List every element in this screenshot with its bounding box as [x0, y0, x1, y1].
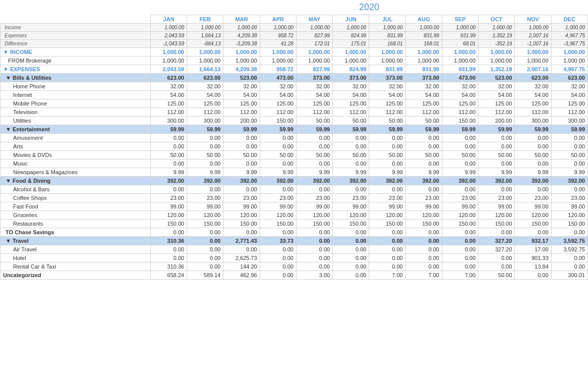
groceries-row: Groceries 120.00 120.00 120.00 120.00 12…	[1, 211, 588, 220]
income-total-may: 1,000.00	[296, 48, 332, 57]
utilities-row: Utilities 300.00 300.00 200.00 150.00 50…	[1, 117, 588, 125]
summary-expenses-mar: 4,209.38	[223, 32, 260, 40]
month-mar: MAR	[223, 15, 260, 24]
month-aug: AUG	[405, 15, 442, 24]
entertainment-row: ▼ Entertainment 59.99 59.99 59.99 59.99 …	[1, 125, 588, 134]
income-header-row: ▼ INCOME 1,000.00 1,000.00 1,000.00 1,00…	[1, 48, 588, 57]
hotel-row: Hotel 0.00 0.00 2,625.73 0.00 0.00 0.00 …	[1, 254, 588, 262]
expenses-total-aug: 831.99	[405, 65, 442, 74]
movies-dvds-label: Movies & DVDs	[1, 151, 151, 160]
uncategorized-row: Uncategorized 658.24 589.14 462.96 0.00 …	[1, 271, 588, 280]
from-brokerage-jul: 1,000.00	[369, 57, 405, 65]
mobile-phone-label: Mobile Phone	[1, 99, 151, 108]
summary-expenses-jan: 2,043.59	[151, 32, 187, 40]
bills-utilities-label: ▼ Bills & Utilities	[1, 74, 151, 82]
bills-utilities-dec: 623.00	[551, 74, 587, 82]
amusement-label: Amusement	[1, 134, 151, 142]
bills-utilities-aug: 373.00	[405, 74, 442, 82]
income-total-aug: 1,000.00	[405, 48, 442, 57]
expenses-total-may: 827.99	[296, 65, 332, 74]
month-jan: JAN	[151, 15, 187, 24]
home-phone-dec: 32.00	[551, 82, 587, 91]
spreadsheet: 2020 JAN FEB MAR APR MAY JUN JUL AUG SEP…	[0, 0, 588, 280]
summary-difference-jul: 168.01	[369, 40, 405, 48]
expenses-total-jan: 2,043.59	[151, 65, 187, 74]
bills-utilities-may: 373.00	[296, 74, 332, 82]
summary-difference-row: Difference -1,043.59 -664.13 -3,209.38 4…	[1, 40, 588, 48]
bills-utilities-jan: 623.00	[151, 74, 187, 82]
income-total-jan: 1,000.00	[151, 48, 187, 57]
bills-utilities-sep: 473.00	[442, 74, 478, 82]
from-brokerage-may: 1,000.00	[296, 57, 332, 65]
from-brokerage-sep: 1,000.00	[442, 57, 478, 65]
month-feb: FEB	[187, 15, 223, 24]
bills-utilities-feb: 623.00	[187, 74, 223, 82]
expenses-total-jul: 831.99	[369, 65, 405, 74]
home-phone-row: Home Phone 32.00 32.00 32.00 32.00 32.00…	[1, 82, 588, 91]
bills-utilities-mar: 523.00	[223, 74, 260, 82]
summary-expenses-jun: 824.99	[333, 32, 369, 40]
mobile-phone-row: Mobile Phone 125.00 125.00 125.00 125.00…	[1, 99, 588, 108]
expenses-total-nov: 2,007.16	[515, 65, 551, 74]
home-phone-nov: 32.00	[515, 82, 551, 91]
summary-expenses-oct: 1,352.19	[479, 32, 515, 40]
expenses-total-feb: 1,664.13	[187, 65, 223, 74]
year-header: 2020	[151, 0, 588, 15]
month-dec: DEC	[551, 15, 587, 24]
television-label: Television	[1, 108, 151, 117]
month-jun: JUN	[333, 15, 369, 24]
expenses-total-oct: 1,352.19	[479, 65, 515, 74]
home-phone-sep: 32.00	[442, 82, 478, 91]
food-dining-label: ▼ Food & Dining	[1, 177, 151, 185]
restaurants-label: Restaurants	[1, 220, 151, 228]
from-brokerage-feb: 1,000.00	[187, 57, 223, 65]
travel-row: ▼ Travel 310.36 0.00 2,771.43 33.73 0.00…	[1, 237, 588, 245]
to-chase-savings-label: TO Chase Savings	[1, 228, 151, 237]
home-phone-jul: 32.00	[369, 82, 405, 91]
summary-expenses-sep: 931.99	[442, 32, 478, 40]
travel-label: ▼ Travel	[1, 237, 151, 245]
summary-expenses-label: Expenses	[1, 32, 151, 40]
month-may: MAY	[296, 15, 332, 24]
air-travel-label: Air Travel	[1, 245, 151, 254]
summary-income-aug: 1,000.00	[405, 24, 442, 32]
summary-expenses-row: Expenses 2,043.59 1,664.13 4,209.38 958.…	[1, 32, 588, 40]
bills-utilities-row: ▼ Bills & Utilities 623.00 623.00 523.00…	[1, 74, 588, 82]
alcohol-bars-row: Alcohol & Bars 0.00 0.00 0.00 0.00 0.00 …	[1, 185, 588, 194]
month-header-row: JAN FEB MAR APR MAY JUN JUL AUG SEP OCT …	[1, 15, 588, 24]
summary-difference-apr: 41.28	[260, 40, 296, 48]
summary-income-may: 1,000.00	[296, 24, 332, 32]
summary-income-jul: 1,000.00	[369, 24, 405, 32]
from-brokerage-dec: 1,000.00	[551, 57, 587, 65]
summary-expenses-feb: 1,664.13	[187, 32, 223, 40]
bills-utilities-oct: 523.00	[479, 74, 515, 82]
music-label: Music	[1, 160, 151, 168]
summary-difference-feb: -664.13	[187, 40, 223, 48]
entertainment-label: ▼ Entertainment	[1, 125, 151, 134]
income-total-dec: 1,000.00	[551, 48, 587, 57]
month-nov: NOV	[515, 15, 551, 24]
amusement-row: Amusement 0.00 0.00 0.00 0.00 0.00 0.00 …	[1, 134, 588, 142]
groceries-label: Groceries	[1, 211, 151, 220]
year-row: 2020	[1, 0, 588, 15]
fast-food-row: Fast Food 99.00 99.00 99.00 99.00 99.00 …	[1, 202, 588, 211]
income-total-apr: 1,000.00	[260, 48, 296, 57]
income-total-jul: 1,000.00	[369, 48, 405, 57]
home-phone-may: 32.00	[296, 82, 332, 91]
expenses-total-mar: 4,209.38	[223, 65, 260, 74]
arts-row: Arts 0.00 0.00 0.00 0.00 0.00 0.00 0.00 …	[1, 142, 588, 151]
from-brokerage-mar: 1,000.00	[223, 57, 260, 65]
summary-income-apr: 1,000.00	[260, 24, 296, 32]
home-phone-jan: 32.00	[151, 82, 187, 91]
expenses-total-apr: 958.72	[260, 65, 296, 74]
from-brokerage-jan: 1,000.00	[151, 57, 187, 65]
rental-car-taxi-row: Rental Car & Taxi 310.36 0.00 144.20 0.0…	[1, 262, 588, 271]
internet-row: Internet 54.00 54.00 54.00 54.00 54.00 5…	[1, 91, 588, 99]
summary-expenses-aug: 831.99	[405, 32, 442, 40]
summary-income-nov: 1,000.00	[515, 24, 551, 32]
summary-difference-dec: -3,967.75	[551, 40, 587, 48]
hotel-label: Hotel	[1, 254, 151, 262]
month-jul: JUL	[369, 15, 405, 24]
from-brokerage-row: FROM Brokerage 1,000.00 1,000.00 1,000.0…	[1, 57, 588, 65]
bills-utilities-nov: 623.00	[515, 74, 551, 82]
